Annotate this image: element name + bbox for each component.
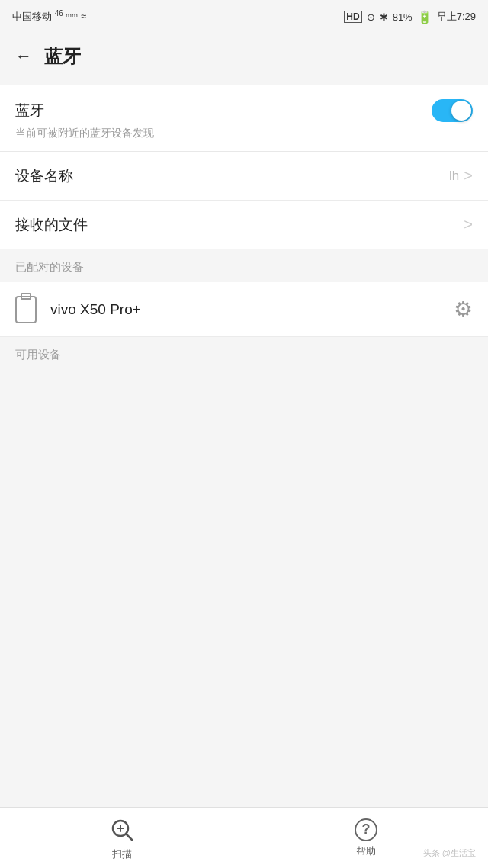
svg-line-1 xyxy=(126,834,132,840)
time-display: 早上7:29 xyxy=(437,10,476,24)
help-label: 帮助 xyxy=(356,844,376,858)
bluetooth-subtitle: 当前可被附近的蓝牙设备发现 xyxy=(15,127,473,140)
watermark: 头条 @生活宝 xyxy=(423,847,476,859)
bottom-nav: 扫描 ? 帮助 xyxy=(0,807,488,868)
paired-device-row[interactable]: vivo X50 Pro+ ⚙ xyxy=(0,282,488,337)
device-name-label: 设备名称 xyxy=(15,166,73,186)
hd-badge: HD xyxy=(344,11,361,23)
bluetooth-toggle[interactable] xyxy=(432,99,473,122)
device-settings-icon[interactable]: ⚙ xyxy=(454,297,473,322)
device-left: vivo X50 Pro+ xyxy=(15,296,141,323)
device-name-right: lh > xyxy=(449,167,473,185)
paired-header-text: 已配对的设备 xyxy=(15,260,84,273)
bluetooth-label: 蓝牙 xyxy=(15,101,44,121)
paired-devices-list: vivo X50 Pro+ ⚙ xyxy=(0,282,488,337)
bluetooth-toggle-section: 蓝牙 当前可被附近的蓝牙设备发现 xyxy=(0,85,488,152)
device-name-value: lh xyxy=(449,169,459,184)
status-right: HD ⊙ ✱ 81% 🔋 早上7:29 xyxy=(344,10,476,24)
help-icon: ? xyxy=(355,818,377,841)
page-header: ← 蓝牙 xyxy=(0,34,488,79)
received-files-chevron-icon: > xyxy=(464,216,473,233)
page-title: 蓝牙 xyxy=(44,44,81,69)
monitor-icon: ⊙ xyxy=(367,11,375,23)
status-bar: 中国移动 46 ᵐᵐ ≈ HD ⊙ ✱ 81% 🔋 早上7:29 xyxy=(0,0,488,34)
bluetooth-status-icon: ✱ xyxy=(380,11,388,23)
paired-section-header: 已配对的设备 xyxy=(0,249,488,282)
device-phone-icon xyxy=(15,296,37,323)
received-files-right: > xyxy=(464,216,473,233)
battery-icon: 🔋 xyxy=(417,10,432,24)
chevron-icon: > xyxy=(464,167,473,185)
back-button[interactable]: ← xyxy=(15,47,32,66)
help-nav-item[interactable]: ? 帮助 xyxy=(355,818,377,858)
device-name-row[interactable]: 设备名称 lh > xyxy=(0,152,488,201)
scan-nav-item[interactable]: 扫描 xyxy=(111,815,133,861)
received-files-row[interactable]: 接收的文件 > xyxy=(0,201,488,249)
toggle-knob xyxy=(451,101,471,121)
scan-icon xyxy=(111,818,133,841)
available-header-text: 可用设备 xyxy=(15,348,61,361)
carrier-signal: 中国移动 46 ᵐᵐ ≈ xyxy=(12,9,86,24)
device-name-text: vivo X50 Pro+ xyxy=(50,301,141,318)
available-section-header: 可用设备 xyxy=(0,337,488,370)
battery-level: 81% xyxy=(393,11,413,23)
scan-label: 扫描 xyxy=(112,847,132,861)
received-files-label: 接收的文件 xyxy=(15,215,88,235)
